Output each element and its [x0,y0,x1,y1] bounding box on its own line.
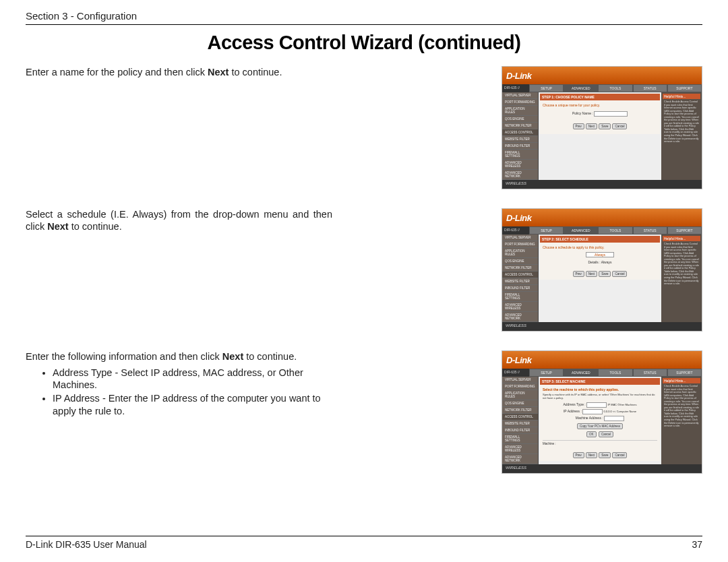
footer: D-Link DIR-635 User Manual 37 [26,536,702,550]
page-title: Access Control Wizard (continued) [26,32,702,54]
wizard-form: Select the machine to which this policy … [540,385,660,461]
router-tab[interactable]: SUPPORT [667,84,702,92]
instruction-text: Enter a name for the policy and then cli… [26,66,332,78]
wizard-cancel-button[interactable]: Cancel [612,123,627,129]
cancel-button[interactable]: Cancel [599,431,613,437]
wizard-next-button[interactable]: Next [586,123,597,129]
router-sidebar: VIRTUAL SERVERPORT FORWARDINGAPPLICATION… [502,235,539,322]
router-side-item[interactable]: ADVANCED WIRELESS [502,302,538,312]
router-tab[interactable]: SUPPORT [667,369,702,377]
router-side-item[interactable]: NETWORK FILTER [502,407,538,414]
router-side-item[interactable]: ACCESS CONTROL [502,272,538,278]
wizard-save-button[interactable]: Save [599,452,611,458]
router-side-item[interactable]: ACCESS CONTROL [502,129,538,136]
machine-field[interactable] [586,402,607,408]
router-side-item[interactable]: WEBSITE FILTER [502,278,538,285]
wizard-next-button[interactable]: Next [586,452,597,458]
hints-body: Check Enable Access Control if you want … [663,241,700,287]
router-side-item[interactable]: WEBSITE FILTER [502,136,538,143]
router-side-item[interactable]: VIRTUAL SERVER [502,377,538,383]
router-side-item[interactable]: ADVANCED NETWORK [502,454,538,464]
dlink-logo: D-Link [506,355,531,365]
router-side-item[interactable]: INBOUND FILTER [502,427,538,434]
wizard-save-button[interactable]: Save [599,123,611,129]
machine-field[interactable] [604,416,624,421]
dlink-logo: D-Link [506,71,531,81]
router-side-item[interactable]: ADVANCED WIRELESS [502,160,538,170]
router-side-item[interactable]: FIREWALL SETTINGS [502,434,538,444]
policy-name-input[interactable] [594,111,628,117]
router-tab[interactable]: TOOLS [598,226,632,235]
router-side-item[interactable]: QOS ENGINE [502,400,538,407]
router-screenshot: D-Link DIR-635 //SETUPADVANCEDTOOLSSTATU… [502,350,702,474]
text-column: Enter a name for the policy and then cli… [26,66,332,82]
router-tab[interactable]: SETUP [529,369,564,377]
router-side-item[interactable]: QOS ENGINE [502,116,538,123]
wizard-prev-button[interactable]: Prev [573,271,584,277]
router-side-item[interactable]: PORT FORWARDING [502,241,538,248]
router-side-item[interactable]: PORT FORWARDING [502,99,538,106]
instruction-text: Select a schedule (I.E. Always) from the… [26,208,332,232]
router-side-item[interactable]: INBOUND FILTER [502,285,538,292]
schedule-select[interactable]: Always [586,252,614,257]
wizard-prev-button[interactable]: Prev [573,452,584,458]
router-sidebar: VIRTUAL SERVERPORT FORWARDINGAPPLICATION… [502,377,539,464]
wizard-cancel-button[interactable]: Cancel [612,271,627,277]
list-item: Address Type - Select IP address, MAC ad… [53,367,332,391]
machine-field[interactable] [582,409,603,414]
wizard-save-button[interactable]: Save [599,271,611,277]
hints-title: Helpful Hints... [663,236,700,241]
router-tab[interactable]: STATUS [633,84,667,92]
wizard-step-title: STEP 3: SELECT MACHINE [540,378,660,385]
router-tab[interactable]: ADVANCED [564,84,598,92]
wizard-cancel-button[interactable]: Cancel [612,452,627,458]
dlink-logo: D-Link [506,213,531,223]
router-tab[interactable]: TOOLS [598,369,632,377]
router-tabs: DIR-635 //SETUPADVANCEDTOOLSSTATUSSUPPOR… [502,369,702,377]
router-screenshot: D-Link DIR-635 //SETUPADVANCEDTOOLSSTATU… [502,66,702,189]
router-side-item[interactable]: APPLICATION RULES [502,106,538,116]
footer-page-number: 37 [692,539,702,550]
text-column: Select a schedule (I.E. Always) from the… [26,208,332,237]
router-tab[interactable]: ADVANCED [564,226,598,235]
router-side-item[interactable]: ADVANCED WIRELESS [502,444,538,454]
router-side-item[interactable]: APPLICATION RULES [502,390,538,400]
router-side-item[interactable]: INBOUND FILTER [502,143,538,150]
router-header: D-Link [502,67,702,84]
router-footer: WIRELESS [502,322,702,331]
ok-button[interactable]: OK [586,431,597,437]
router-tab[interactable]: SETUP [529,84,564,92]
instruction-text: Enter the following information and then… [26,350,332,363]
content-area: Enter a name for the policy and then cli… [26,66,702,474]
router-side-item[interactable]: FIREWALL SETTINGS [502,150,538,160]
router-side-item[interactable]: ACCESS CONTROL [502,414,538,420]
router-footer: WIRELESS [502,464,702,473]
router-tab[interactable]: SETUP [529,226,564,235]
router-side-item[interactable]: QOS ENGINE [502,258,538,265]
router-tabs: DIR-635 //SETUPADVANCEDTOOLSSTATUSSUPPOR… [502,226,702,235]
copy-mac-button[interactable]: Copy Your PC's MAC Address [577,423,623,429]
router-tab[interactable]: ADVANCED [564,369,598,377]
router-side-item[interactable]: VIRTUAL SERVER [502,92,538,99]
router-side-item[interactable]: NETWORK FILTER [502,265,538,272]
router-side-item[interactable]: VIRTUAL SERVER [502,235,538,241]
router-side-item[interactable]: WEBSITE FILTER [502,420,538,427]
router-header: D-Link [502,351,702,369]
wizard-next-button[interactable]: Next [586,271,597,277]
hints-body: Check Enable Access Control if you want … [663,99,700,145]
section-header: Section 3 - Configuration [26,10,702,25]
router-model: DIR-635 // [502,369,529,377]
router-tab[interactable]: TOOLS [598,84,632,92]
router-screenshot: D-Link DIR-635 //SETUPADVANCEDTOOLSSTATU… [502,208,702,332]
router-side-item[interactable]: ADVANCED NETWORK [502,170,538,180]
router-tab[interactable]: STATUS [633,369,667,377]
wizard-form: Choose a unique name for your policy. Po… [540,100,660,134]
router-tab[interactable]: STATUS [633,226,667,235]
router-side-item[interactable]: NETWORK FILTER [502,123,538,129]
router-tab[interactable]: SUPPORT [667,226,702,235]
router-side-item[interactable]: FIREWALL SETTINGS [502,292,538,302]
wizard-prev-button[interactable]: Prev [573,123,584,129]
router-side-item[interactable]: ADVANCED NETWORK [502,312,538,322]
router-side-item[interactable]: APPLICATION RULES [502,248,538,258]
router-side-item[interactable]: PORT FORWARDING [502,383,538,390]
